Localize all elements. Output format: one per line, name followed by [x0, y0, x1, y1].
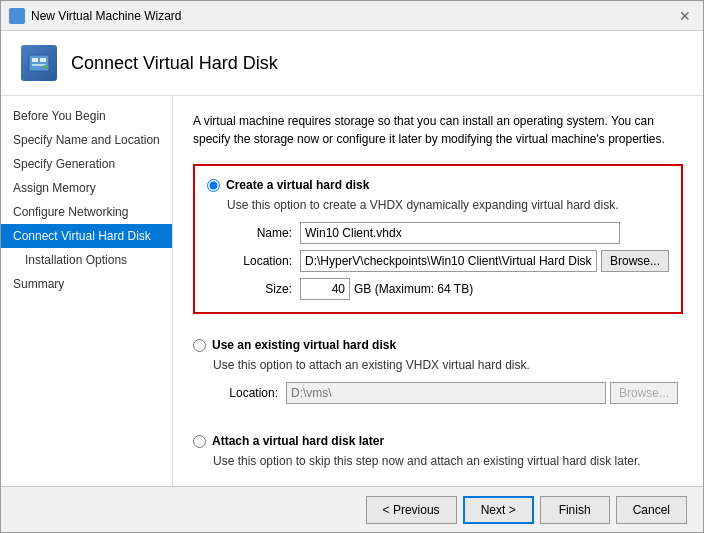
existing-vhd-desc: Use this option to attach an existing VH… [213, 358, 683, 372]
sidebar-item-summary[interactable]: Summary [1, 272, 172, 296]
window-title: New Virtual Machine Wizard [31, 9, 675, 23]
header-bar: Connect Virtual Hard Disk [1, 31, 703, 96]
browse-button-existing: Browse... [610, 382, 678, 404]
sidebar-item-before-you-begin[interactable]: Before You Begin [1, 104, 172, 128]
name-input[interactable] [300, 222, 620, 244]
footer: < Previous Next > Finish Cancel [1, 486, 703, 532]
finish-button[interactable]: Finish [540, 496, 610, 524]
location-input[interactable] [300, 250, 597, 272]
create-vhd-label: Create a virtual hard disk [226, 178, 369, 192]
attach-later-radio-label[interactable]: Attach a virtual hard disk later [193, 434, 683, 448]
content-area: A virtual machine requires storage so th… [173, 96, 703, 486]
existing-vhd-label: Use an existing virtual hard disk [212, 338, 396, 352]
location-field-row: Location: Browse... [227, 250, 669, 272]
sidebar-item-installation-options[interactable]: Installation Options [1, 248, 172, 272]
size-input[interactable] [300, 278, 350, 300]
existing-location-input [286, 382, 606, 404]
sidebar-item-specify-generation[interactable]: Specify Generation [1, 152, 172, 176]
main-content: Before You Begin Specify Name and Locati… [1, 96, 703, 486]
sidebar: Before You Begin Specify Name and Locati… [1, 96, 173, 486]
attach-later-label: Attach a virtual hard disk later [212, 434, 384, 448]
cancel-button[interactable]: Cancel [616, 496, 687, 524]
header-icon [21, 45, 57, 81]
create-vhd-desc: Use this option to create a VHDX dynamic… [227, 198, 669, 212]
previous-button[interactable]: < Previous [366, 496, 457, 524]
next-button[interactable]: Next > [463, 496, 534, 524]
svg-point-4 [43, 65, 47, 69]
size-row: Size: GB (Maximum: 64 TB) [227, 278, 669, 300]
attach-later-desc: Use this option to skip this step now an… [213, 454, 683, 468]
close-button[interactable]: ✕ [675, 6, 695, 26]
window-icon [9, 8, 25, 24]
location-label: Location: [227, 254, 292, 268]
wizard-window: New Virtual Machine Wizard ✕ Connect Vir… [0, 0, 704, 533]
size-label: Size: [227, 282, 292, 296]
create-vhd-radio-label[interactable]: Create a virtual hard disk [207, 178, 669, 192]
svg-rect-1 [32, 58, 38, 62]
existing-vhd-option-group: Use an existing virtual hard disk Use th… [193, 328, 683, 420]
sidebar-item-specify-name-location[interactable]: Specify Name and Location [1, 128, 172, 152]
svg-rect-2 [40, 58, 46, 62]
description-text: A virtual machine requires storage so th… [193, 112, 683, 148]
existing-location-field-row: Location: Browse... [213, 382, 683, 404]
sidebar-item-configure-networking[interactable]: Configure Networking [1, 200, 172, 224]
existing-location-label: Location: [213, 386, 278, 400]
create-vhd-radio[interactable] [207, 179, 220, 192]
page-title: Connect Virtual Hard Disk [71, 53, 278, 74]
sidebar-item-connect-vhd[interactable]: Connect Virtual Hard Disk [1, 224, 172, 248]
attach-later-option-group: Attach a virtual hard disk later Use thi… [193, 424, 683, 486]
name-field-row: Name: [227, 222, 669, 244]
titlebar: New Virtual Machine Wizard ✕ [1, 1, 703, 31]
size-unit: GB (Maximum: 64 TB) [354, 282, 473, 296]
attach-later-radio[interactable] [193, 435, 206, 448]
existing-vhd-radio[interactable] [193, 339, 206, 352]
existing-vhd-radio-label[interactable]: Use an existing virtual hard disk [193, 338, 683, 352]
create-vhd-option-group: Create a virtual hard disk Use this opti… [193, 164, 683, 314]
sidebar-item-assign-memory[interactable]: Assign Memory [1, 176, 172, 200]
browse-button-create[interactable]: Browse... [601, 250, 669, 272]
name-label: Name: [227, 226, 292, 240]
